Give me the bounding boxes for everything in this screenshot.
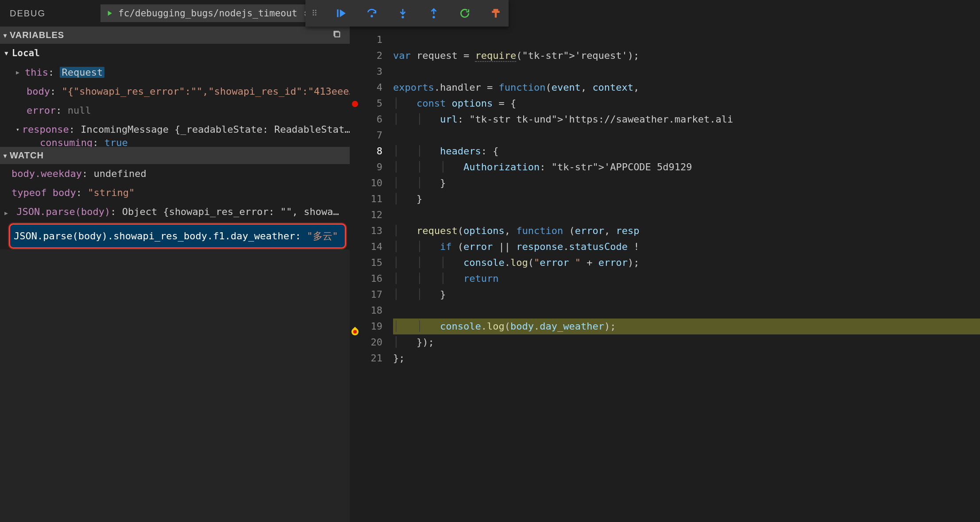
continue-button[interactable]: [334, 7, 347, 20]
debug-toolbar: ⠿: [305, 0, 509, 27]
chevron-down-icon: ▾: [4, 152, 7, 159]
debug-side-panel: ▾ VARIABLES ▾ Local ▶ this: Request body…: [0, 27, 350, 522]
variable-row[interactable]: consuming: true: [0, 139, 350, 147]
step-out-button[interactable]: [427, 7, 440, 20]
code-content[interactable]: var request = require("tk-str">'request'…: [393, 27, 980, 522]
collapse-all-icon[interactable]: [332, 29, 342, 41]
scope-local[interactable]: ▾ Local: [0, 44, 350, 63]
watch-section-header[interactable]: ▾ WATCH: [0, 147, 350, 164]
line-number-gutter: 123456789101112131415161718192021: [360, 27, 393, 522]
svg-point-3: [401, 16, 404, 18]
svg-rect-7: [335, 32, 340, 37]
watch-row-highlighted[interactable]: JSON.parse(body).showapi_res_body.f1.day…: [9, 223, 346, 249]
launch-config-name: fc/debugging_bugs/nodejs_timeout: [114, 8, 302, 19]
variable-row[interactable]: body: "{"showapi_res_error":"","showapi_…: [0, 82, 350, 101]
step-over-button[interactable]: [365, 7, 378, 20]
debug-view-label: DEBUG: [10, 8, 46, 19]
chevron-right-icon: ▶: [4, 203, 11, 223]
variables-title: VARIABLES: [10, 30, 64, 40]
variables-section-header[interactable]: ▾ VARIABLES: [0, 27, 350, 44]
watch-tree: body.weekday: undefined typeof body: "st…: [0, 164, 350, 249]
chevron-down-icon: ▾: [16, 120, 19, 139]
chevron-down-icon: ▾: [4, 44, 9, 63]
svg-rect-0: [337, 9, 338, 17]
stop-button[interactable]: [489, 7, 502, 20]
watch-row[interactable]: body.weekday: undefined: [0, 164, 350, 183]
watch-row[interactable]: typeof body: "string": [0, 183, 350, 202]
breakpoint-gutter[interactable]: [350, 27, 360, 522]
svg-point-5: [432, 16, 435, 18]
watch-title: WATCH: [10, 150, 44, 161]
step-into-button[interactable]: [396, 7, 409, 20]
svg-point-1: [370, 15, 373, 17]
start-debug-icon[interactable]: [105, 9, 114, 18]
toolbar-grip-icon[interactable]: ⠿: [312, 8, 316, 18]
variable-row[interactable]: ▶ this: Request: [0, 63, 350, 82]
svg-rect-6: [495, 13, 497, 18]
variable-row[interactable]: error: null: [0, 101, 350, 120]
chevron-right-icon: ▶: [16, 63, 22, 82]
watch-row[interactable]: ▶ JSON.parse(body): Object {showapi_res_…: [0, 202, 350, 223]
variables-tree: ▾ Local ▶ this: Request body: "{"showapi…: [0, 44, 350, 147]
launch-config-selector[interactable]: fc/debugging_bugs/nodejs_timeout ▲▼: [100, 4, 312, 22]
topbar: DEBUG fc/debugging_bugs/nodejs_timeout ▲…: [0, 0, 980, 27]
restart-button[interactable]: [458, 7, 471, 20]
chevron-down-icon: ▾: [4, 32, 7, 39]
current-line-icon: [350, 327, 360, 337]
breakpoint-icon[interactable]: [352, 101, 358, 107]
variable-row[interactable]: ▾ response: IncomingMessage {_readableSt…: [0, 120, 350, 139]
code-editor[interactable]: 123456789101112131415161718192021 var re…: [350, 27, 980, 522]
